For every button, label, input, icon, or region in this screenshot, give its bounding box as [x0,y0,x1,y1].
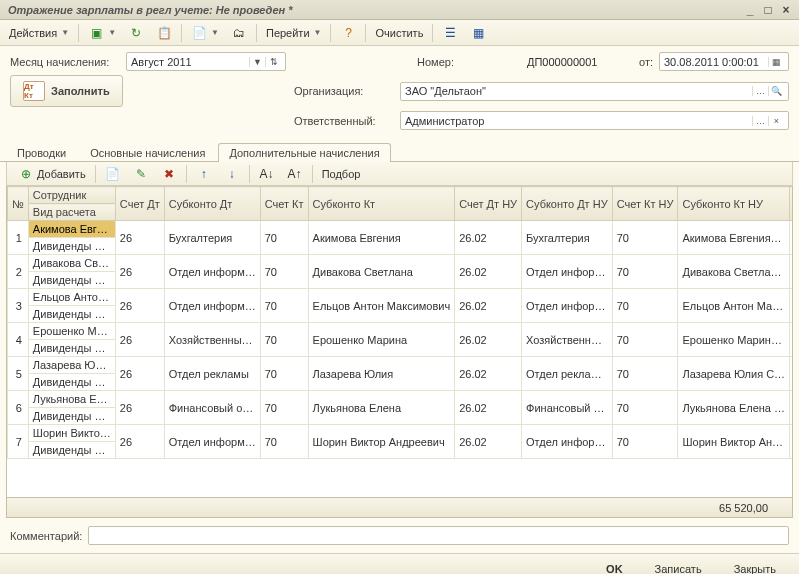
structure-button[interactable]: 🗂 [226,23,252,43]
cell-acc-kt[interactable]: 70 [260,221,308,255]
cell-calc[interactable]: Дивиденды … [28,272,115,289]
close-button[interactable]: Закрыть [721,558,789,575]
maximize-button[interactable]: □ [759,3,777,17]
clear-button[interactable]: Очистить [370,23,428,43]
table-row[interactable]: 4Ерошенко М…26Хозяйственны…70Ерошенко Ма… [8,323,794,340]
calendar-icon[interactable]: ▦ [768,57,784,67]
cell-sub-kt-nu[interactable]: Ельцов Антон Ма… [678,289,790,323]
cell-acc-kt[interactable]: 70 [260,357,308,391]
cell-calc[interactable]: Дивиденды … [28,238,115,255]
cell-emp[interactable]: Лазарева Ю… [28,357,115,374]
cell-sub-dt-nu[interactable]: Отдел инфор… [522,255,613,289]
date-input[interactable]: 30.08.2011 0:00:01 ▦ [659,52,789,71]
ok-button[interactable]: OK [593,558,636,575]
cell-acc-kt-nu[interactable]: 70 [612,255,678,289]
cell-sub-kt-nu[interactable]: Дивакова Светла… [678,255,790,289]
cell-sub-dt-nu[interactable]: Хозяйственн… [522,323,613,357]
cell-sub-kt-nu[interactable]: Ерошенко Марин… [678,323,790,357]
cell-emp[interactable]: Шорин Викто… [28,425,115,442]
post-button[interactable]: ▣▼ [83,23,121,43]
copy-button[interactable]: 📄 [100,164,126,184]
cell-calc[interactable]: Дивиденды … [28,374,115,391]
table-row[interactable]: 2Дивакова Св…26Отдел информ…70Дивакова С… [8,255,794,272]
cell-calc[interactable]: Дивиденды … [28,306,115,323]
close-button[interactable]: × [777,3,795,17]
col-acc-dt[interactable]: Счет Дт [115,187,164,221]
cell-acc-kt-nu[interactable]: 70 [612,357,678,391]
clear-icon[interactable]: × [768,116,784,126]
cell-sub-dt-nu[interactable]: Бухгалтерия [522,221,613,255]
cell-acc-dt-nu[interactable]: 26.02 [455,425,522,459]
cell-acc-kt[interactable]: 70 [260,425,308,459]
table-row[interactable]: 5Лазарева Ю…26Отдел рекламы70Лазарева Юл… [8,357,794,374]
repost-button[interactable]: ↻ [123,23,149,43]
resp-input[interactable]: Администратор … × [400,111,789,130]
minimize-button[interactable]: _ [741,3,759,17]
org-input[interactable]: ЗАО "Дельтаон" … 🔍 [400,82,789,101]
cell-emp[interactable]: Лукьянова Е… [28,391,115,408]
cell-acc-dt[interactable]: 26 [115,221,164,255]
cell-acc-dt-nu[interactable]: 26.02 [455,221,522,255]
search-icon[interactable]: 🔍 [768,86,784,96]
table-row[interactable]: 3Ельцов Анто…26Отдел информ…70Ельцов Ант… [8,289,794,306]
cell-acc-dt-nu[interactable]: 26.02 [455,289,522,323]
col-calc[interactable]: Вид расчета [28,204,115,221]
select-icon[interactable]: … [752,86,768,96]
cell-acc-dt[interactable]: 26 [115,425,164,459]
cell-calc[interactable]: Дивиденды … [28,408,115,425]
subsystem1-button[interactable]: ☰ [437,23,463,43]
col-acc-kt-nu[interactable]: Счет Кт НУ [612,187,678,221]
col-acc-kt[interactable]: Счет Кт [260,187,308,221]
tab-additional-accruals[interactable]: Дополнительные начисления [218,143,390,162]
cell-sub-dt[interactable]: Отдел информ… [164,255,260,289]
cell-emp[interactable]: Дивакова Св… [28,255,115,272]
subsystem2-button[interactable]: ▦ [465,23,491,43]
cell-sub-kt-nu[interactable]: Лукьянова Елена … [678,391,790,425]
cell-acc-dt-nu[interactable]: 26.02 [455,255,522,289]
move-up-button[interactable]: ↑ [191,164,217,184]
col-result[interactable]: Результат [790,187,793,221]
cell-sub-dt-nu[interactable]: Финансовый … [522,391,613,425]
select-icon[interactable]: … [752,116,768,126]
cell-acc-kt[interactable]: 70 [260,255,308,289]
cell-acc-dt[interactable]: 26 [115,255,164,289]
cell-sub-kt[interactable]: Лазарева Юлия [308,357,455,391]
cell-acc-dt[interactable]: 26 [115,357,164,391]
help-button[interactable]: ? [335,23,361,43]
cell-sub-dt[interactable]: Отдел рекламы [164,357,260,391]
cell-acc-kt-nu[interactable]: 70 [612,289,678,323]
comment-input[interactable] [88,526,789,545]
cell-sub-dt-nu[interactable]: Отдел рекла… [522,357,613,391]
cell-sub-kt[interactable]: Ельцов Антон Максимович [308,289,455,323]
cell-sub-kt[interactable]: Лукьянова Елена [308,391,455,425]
col-emp[interactable]: Сотрудник [28,187,115,204]
col-sub-kt[interactable]: Субконто Кт [308,187,455,221]
table[interactable]: № Сотрудник Счет Дт Субконто Дт Счет Кт … [6,186,793,498]
cell-acc-dt[interactable]: 26 [115,323,164,357]
cell-sub-dt[interactable]: Бухгалтерия [164,221,260,255]
cell-sub-dt-nu[interactable]: Отдел инфор… [522,289,613,323]
cell-acc-dt-nu[interactable]: 26.02 [455,391,522,425]
cell-sub-dt[interactable]: Отдел информ… [164,425,260,459]
cell-sub-dt-nu[interactable]: Отдел инфор… [522,425,613,459]
cell-sub-kt-nu[interactable]: Акимова Евгения… [678,221,790,255]
write-button[interactable]: Записать [642,558,715,575]
delete-button[interactable]: ✖ [156,164,182,184]
cell-emp[interactable]: Акимова Евг… [28,221,115,238]
cell-sub-dt[interactable]: Отдел информ… [164,289,260,323]
pick-button[interactable]: Подбор [317,164,366,184]
cell-acc-dt-nu[interactable]: 26.02 [455,357,522,391]
ledger-button[interactable]: 📋 [151,23,177,43]
col-sub-dt-nu[interactable]: Субконто Дт НУ [522,187,613,221]
tab-main-accruals[interactable]: Основные начисления [79,143,216,162]
edit-button[interactable]: ✎ [128,164,154,184]
report-button[interactable]: 📄▼ [186,23,224,43]
cell-acc-kt-nu[interactable]: 70 [612,221,678,255]
cell-sub-kt[interactable]: Акимова Евгения [308,221,455,255]
cell-acc-dt[interactable]: 26 [115,289,164,323]
cell-sub-kt-nu[interactable]: Лазарева Юлия С… [678,357,790,391]
cell-emp[interactable]: Ельцов Анто… [28,289,115,306]
table-row[interactable]: 1Акимова Евг…26Бухгалтерия70Акимова Евге… [8,221,794,238]
cell-sub-kt-nu[interactable]: Шорин Виктор Ан… [678,425,790,459]
sort-desc-button[interactable]: A↑ [282,164,308,184]
